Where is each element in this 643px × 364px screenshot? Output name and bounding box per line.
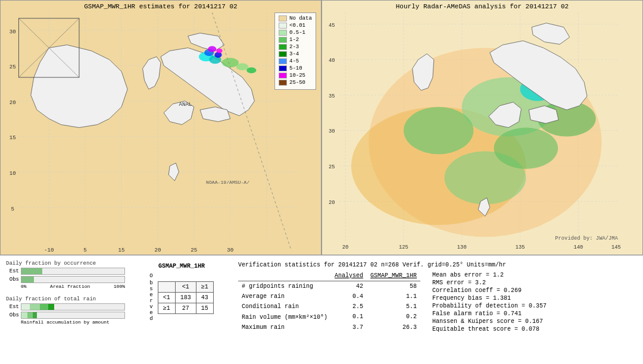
verif-stat-item: False alarm ratio = 0.741 — [432, 310, 547, 317]
contingency-col-header-1: <1 — [175, 281, 196, 292]
verif-row-gsmap: 5.1 — [367, 302, 420, 312]
svg-text:135: 135 — [516, 244, 525, 250]
legend-item-12: 1-2 — [279, 37, 312, 43]
verif-table-row: Average rain 0.4 1.1 — [238, 291, 420, 302]
legend-label-05: 0.5-1 — [289, 30, 305, 36]
verif-title: Verification statistics for 20141217 02 … — [238, 262, 637, 268]
verif-stat-item: Probability of detection = 0.357 — [432, 303, 547, 309]
svg-point-22 — [216, 48, 222, 53]
svg-text:20: 20 — [329, 200, 335, 206]
charts-panel: Daily fraction by occurrence Est Obs — [6, 261, 125, 359]
bar-axis-1: 0% Areal fraction 100% — [6, 284, 125, 289]
svg-text:30: 30 — [329, 128, 335, 134]
verif-table-row: Maximum rain 3.7 26.3 — [238, 322, 420, 332]
verif-th-gsmap: GSMAP_MWR_1HR — [367, 272, 420, 280]
obs-bar-row-2: Obs — [6, 312, 125, 319]
legend-color-05 — [279, 30, 287, 36]
est-label-1: Est — [6, 268, 19, 274]
verif-row-gsmap: 26.3 — [367, 322, 420, 332]
maps-row: GSMAP_MWR_1HR estimates for 20141217 02 — [0, 0, 643, 256]
verif-content: Analysed GSMAP_MWR_1HR # gridpoints rain… — [238, 272, 637, 332]
stats-row: Daily fraction by occurrence Est Obs — [0, 256, 643, 364]
svg-point-23 — [222, 58, 239, 67]
legend-item-45: 4-5 — [279, 58, 312, 64]
obs-label-2: Obs — [6, 312, 19, 318]
legend-item-510: 5-10 — [279, 65, 312, 71]
right-map-panel: Hourly Radar-AMeDAS analysis for 2014121… — [322, 0, 643, 255]
legend-item-34: 3-4 — [279, 51, 312, 57]
total-rain-bars: Est Obs — [6, 303, 125, 319]
legend-label-001: <0.01 — [289, 23, 305, 29]
legend-item-2550: 25-50 — [279, 80, 312, 86]
total-rain-chart-title: Daily fraction of total rain — [6, 296, 125, 302]
svg-text:15: 15 — [10, 134, 16, 141]
legend-color-12 — [279, 37, 287, 43]
verif-row-analysed: 2.5 — [331, 302, 367, 312]
verif-th-analysed: Analysed — [331, 272, 367, 280]
verif-row-label: Rain volume (mm×km²×10⁶) — [238, 312, 331, 322]
legend-item-05: 0.5-1 — [279, 30, 312, 36]
left-map-panel: GSMAP_MWR_1HR estimates for 20141217 02 — [0, 0, 322, 255]
contingency-cell-11: 183 — [175, 292, 196, 303]
obs-bar-fill-1 — [21, 277, 34, 283]
verif-stat-item: RMS error = 3.2 — [432, 280, 547, 286]
est-bar-row-2: Est — [6, 303, 125, 310]
axis-start-1: 0% — [21, 284, 27, 289]
svg-text:130: 130 — [457, 244, 467, 250]
legend-label-23: 2-3 — [289, 44, 299, 50]
verif-row-analysed: 3.7 — [331, 322, 367, 332]
obs-bar-track-2 — [21, 312, 125, 319]
right-map-svg: 45 40 35 30 25 20 20 125 130 135 140 145… — [322, 1, 642, 255]
contingency-header-empty — [158, 281, 175, 292]
legend-label-34: 3-4 — [289, 51, 299, 57]
legend-label-12: 1-2 — [289, 37, 299, 43]
obs-bar-row: Obs — [6, 276, 125, 283]
svg-text:30: 30 — [227, 247, 233, 253]
est-bar-track-2 — [21, 303, 125, 310]
legend-color-510 — [279, 65, 287, 71]
svg-text:ANAL: ANAL — [179, 101, 192, 108]
verif-th-label — [238, 272, 331, 280]
axis-label-1: Areal fraction — [50, 284, 90, 289]
verif-table: Analysed GSMAP_MWR_1HR # gridpoints rain… — [238, 272, 420, 332]
verif-table-row: # gridpoints raining 42 58 — [238, 281, 420, 291]
svg-point-24 — [236, 63, 248, 70]
est-label-2: Est — [6, 304, 19, 310]
legend-label-45: 4-5 — [289, 58, 299, 64]
verif-table-header-row: Analysed GSMAP_MWR_1HR — [238, 272, 420, 280]
svg-text:-10: -10 — [44, 247, 54, 253]
rainfall-axis-label: Rainfall accumulation by amount — [6, 319, 125, 325]
svg-text:20: 20 — [10, 99, 16, 106]
legend-color-1025 — [279, 73, 287, 79]
verif-stat-item: Equitable threat score = 0.078 — [432, 326, 547, 332]
verif-row-label: # gridpoints raining — [238, 281, 331, 291]
verif-row-analysed: 0.1 — [331, 312, 367, 322]
contingency-row-1: <1 183 43 — [158, 292, 213, 303]
legend-color-23 — [279, 44, 287, 50]
svg-rect-0 — [1, 1, 321, 255]
verif-panel: Verification statistics for 20141217 02 … — [238, 261, 637, 359]
est-bar-track — [21, 268, 125, 275]
svg-text:30: 30 — [10, 29, 16, 35]
svg-text:20: 20 — [154, 247, 161, 253]
svg-text:20: 20 — [342, 244, 349, 250]
verif-row-gsmap: 1.1 — [367, 291, 420, 302]
svg-text:45: 45 — [329, 23, 335, 29]
verif-stat-item: Correlation coeff = 0.269 — [432, 287, 547, 294]
legend-item-23: 2-3 — [279, 44, 312, 50]
svg-text:140: 140 — [573, 244, 583, 250]
contingency-cell-21: 27 — [175, 303, 196, 313]
obs-bar-track — [21, 276, 125, 283]
contingency-row-header-1: <1 — [158, 292, 175, 303]
legend-label-nodata: No data — [289, 15, 312, 21]
svg-text:5: 5 — [83, 247, 86, 253]
verif-row-label: Maximum rain — [238, 322, 331, 332]
rainfall-label: Rainfall accumulation by amount — [21, 319, 110, 325]
contingency-row-2: ≥1 27 15 — [158, 303, 213, 313]
legend-color-34 — [279, 51, 287, 57]
contingency-table-wrapper: O b s e r v e d <1 ≥1 — [149, 273, 213, 322]
svg-text:25: 25 — [10, 64, 16, 70]
verif-stat-item: Hanssen & Kuipers score = 0.167 — [432, 318, 547, 325]
verif-row-analysed: 0.4 — [331, 291, 367, 302]
legend-label-1025: 10-25 — [289, 73, 305, 79]
